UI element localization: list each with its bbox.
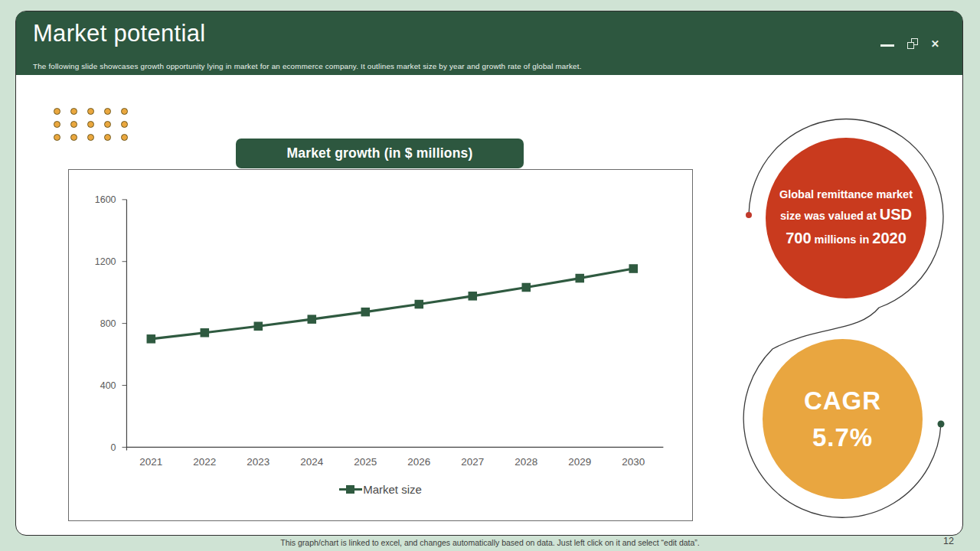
dot-decoration <box>70 108 77 115</box>
arc-start-dot <box>746 212 752 218</box>
page-subtitle: The following slide showcases growth opp… <box>33 62 582 70</box>
x-axis-tick-label: 2021 <box>139 456 162 468</box>
y-axis-tick-label: 400 <box>100 380 116 391</box>
market-growth-chart[interactable]: 0400800120016002021202220232024202520262… <box>68 169 693 521</box>
chart-legend: Market size <box>69 483 692 496</box>
data-point-marker <box>147 334 156 344</box>
x-axis-tick-label: 2023 <box>247 456 270 468</box>
dot-decoration <box>70 134 77 141</box>
y-axis-tick-label: 1600 <box>95 194 116 205</box>
slide-card: Market potential The following slide sho… <box>15 11 963 536</box>
data-point-marker <box>629 264 638 273</box>
x-axis-tick-label: 2022 <box>193 456 216 468</box>
y-axis-tick-label: 0 <box>111 442 116 453</box>
chart-canvas: 0400800120016002021202220232024202520262… <box>69 170 692 520</box>
slide-background: { "colors": { "background": "#cfe3d4", "… <box>0 0 980 551</box>
chart-title-banner: Market growth (in $ millions) <box>236 139 524 168</box>
dot-decoration <box>104 108 111 115</box>
x-axis-tick-label: 2026 <box>407 456 430 468</box>
x-axis-tick-label: 2027 <box>461 456 484 468</box>
data-point-marker <box>521 283 531 292</box>
dot-decoration <box>54 121 60 128</box>
data-point-marker <box>469 292 478 301</box>
slide-header: Market potential The following slide sho… <box>16 11 962 75</box>
restore-icon[interactable] <box>907 38 918 49</box>
dot-decoration <box>104 121 111 128</box>
dot-decoration <box>54 134 60 141</box>
x-axis-tick-label: 2025 <box>354 456 377 468</box>
dot-decoration <box>87 121 94 128</box>
dot-decoration <box>121 134 128 141</box>
y-axis-tick-label: 1200 <box>95 256 116 267</box>
dot-decoration <box>70 121 77 128</box>
legend-marker-icon <box>339 488 362 491</box>
data-point-marker <box>308 315 317 324</box>
y-axis-tick-label: 800 <box>100 318 116 329</box>
restore-front-square <box>907 42 914 49</box>
data-point-marker <box>201 328 210 337</box>
dot-decoration <box>121 121 128 128</box>
remittance-value-year: 2020 <box>872 230 906 246</box>
dot-decoration <box>87 134 94 141</box>
data-point-marker <box>361 308 371 317</box>
x-axis-tick-label: 2029 <box>568 456 591 468</box>
dot-decoration <box>54 108 60 115</box>
x-axis-tick-label: 2024 <box>300 456 323 468</box>
arc-end-dot <box>938 421 945 428</box>
cagr-callout-circle: CAGR 5.7% <box>763 339 923 499</box>
cagr-value: 5.7% <box>812 423 873 452</box>
dot-decoration <box>87 108 94 115</box>
minimize-icon[interactable] <box>880 44 894 46</box>
close-icon[interactable]: ✕ <box>931 38 939 50</box>
page-title: Market potential <box>33 20 205 47</box>
data-point-marker <box>575 274 584 283</box>
data-point-marker <box>415 300 424 309</box>
cagr-callout-text: CAGR 5.7% <box>804 383 881 456</box>
dot-decoration <box>104 134 111 141</box>
page-number: 12 <box>943 536 954 546</box>
dot-grid-decoration <box>54 108 128 141</box>
excel-link-note: This graph/chart is linked to excel, and… <box>0 538 980 547</box>
x-axis-tick-label: 2028 <box>514 456 537 468</box>
window-controls: ✕ <box>880 37 939 50</box>
remittance-text-middle: millions in <box>815 233 870 246</box>
market-size-line <box>151 269 633 339</box>
remittance-callout-text: Global remittance market size was valued… <box>776 186 916 250</box>
legend-square-icon <box>346 485 354 494</box>
legend-label: Market size <box>363 483 422 496</box>
dot-decoration <box>121 108 128 115</box>
remittance-callout-circle: Global remittance market size was valued… <box>766 138 926 298</box>
x-axis-tick-label: 2030 <box>622 456 645 468</box>
data-point-marker <box>254 321 263 331</box>
cagr-label: CAGR <box>804 386 881 415</box>
